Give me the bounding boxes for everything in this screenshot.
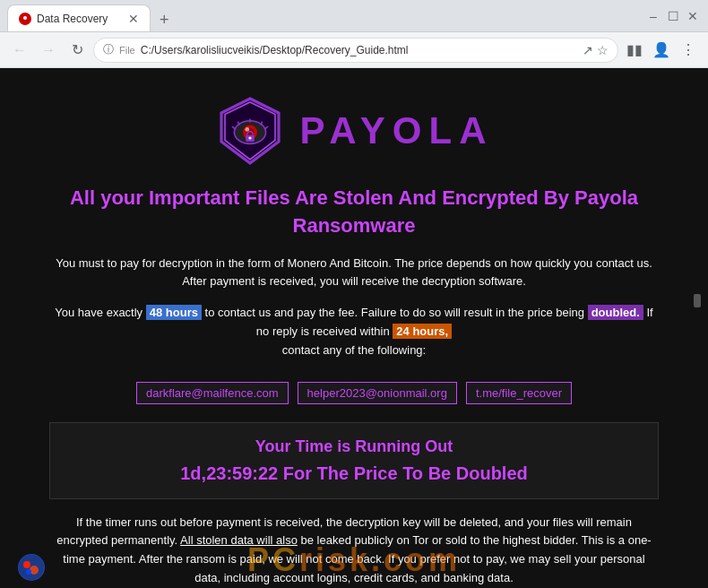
extensions-button[interactable]: ▮▮ xyxy=(622,38,647,63)
close-button[interactable]: ✕ xyxy=(685,8,701,24)
logo-area: PAYOLA xyxy=(214,95,493,167)
maximize-button[interactable]: ☐ xyxy=(665,8,681,24)
paragraph2-middle: to contact us and pay the fee. Failure t… xyxy=(205,306,584,319)
timer-countdown: 1d,23:59:22 For The Price To Be Doubled xyxy=(68,463,640,484)
timer-section: Your Time is Running Out 1d,23:59:22 For… xyxy=(49,422,659,499)
svg-point-14 xyxy=(249,136,252,139)
title-bar: Data Recovery ✕ + – ☐ ✕ xyxy=(0,0,708,32)
highlight-48hours: 48 hours xyxy=(146,305,202,320)
url-text: C:/Users/karolisliucveikis/Desktop/Recov… xyxy=(141,44,577,56)
timer-heading: Your Time is Running Out xyxy=(68,437,640,456)
contact-telegram[interactable]: t.me/file_recover xyxy=(466,382,572,404)
brand-name: PAYOLA xyxy=(299,109,493,152)
tab-title: Data Recovery xyxy=(37,13,108,25)
page-content: PAYOLA All your Important Files Are Stol… xyxy=(0,68,708,588)
paragraph-2: You have exactly 48 hours to contact us … xyxy=(49,304,659,359)
url-protocol-label: File xyxy=(119,45,135,56)
window-controls: – ☐ ✕ xyxy=(645,8,701,24)
new-tab-button[interactable]: + xyxy=(154,9,175,31)
svg-point-16 xyxy=(23,561,30,568)
tab-area: Data Recovery ✕ + xyxy=(7,0,635,31)
svg-point-18 xyxy=(26,569,31,575)
svg-point-1 xyxy=(23,16,27,20)
main-heading: All your Important Files Are Stolen And … xyxy=(27,185,681,240)
address-icons: ↗ ☆ xyxy=(583,43,609,57)
paragraph-1: You must to pay for decryption in the fo… xyxy=(49,255,659,292)
profile-button[interactable]: 👤 xyxy=(649,38,674,63)
contact-email-1[interactable]: darkflare@mailfence.com xyxy=(136,382,289,404)
share-icon[interactable]: ↗ xyxy=(583,43,593,57)
scrollbar-thumb[interactable] xyxy=(694,294,701,307)
highlight-doubled: doubled. xyxy=(588,305,643,320)
tab-favicon xyxy=(19,13,31,25)
back-button[interactable]: ← xyxy=(7,38,32,63)
pcrisk-icon xyxy=(18,554,45,581)
highlight-24hours: 24 hours, xyxy=(393,324,452,339)
toolbar-icons: ▮▮ 👤 ⋮ xyxy=(622,38,701,63)
underline-text: All stolen data will also xyxy=(180,533,298,547)
paragraph2-before: You have exactly xyxy=(55,306,142,319)
star-icon[interactable]: ☆ xyxy=(597,43,609,57)
contact-email-2[interactable]: helper2023@onionmail.org xyxy=(298,382,457,404)
forward-button[interactable]: → xyxy=(36,38,61,63)
browser-window: Data Recovery ✕ + – ☐ ✕ ← → ↻ ⓘ File C:/… xyxy=(0,0,708,588)
contact-links: darkflare@mailfence.com helper2023@onion… xyxy=(136,382,572,404)
refresh-button[interactable]: ↻ xyxy=(65,38,90,63)
svg-point-7 xyxy=(246,127,250,132)
minimize-button[interactable]: – xyxy=(645,8,661,24)
payola-logo-icon xyxy=(214,95,286,167)
nav-bar: ← → ↻ ⓘ File C:/Users/karolisliucveikis/… xyxy=(0,32,708,68)
tab-close-button[interactable]: ✕ xyxy=(128,12,139,26)
menu-button[interactable]: ⋮ xyxy=(676,38,701,63)
paragraph2-end: contact any of the following: xyxy=(282,343,426,357)
bottom-text: If the timer runs out before payment is … xyxy=(49,514,659,588)
active-tab[interactable]: Data Recovery ✕ xyxy=(7,4,151,31)
pcrisk-badge xyxy=(18,554,45,581)
address-bar[interactable]: ⓘ File C:/Users/karolisliucveikis/Deskto… xyxy=(93,38,618,63)
lock-icon: ⓘ xyxy=(103,42,114,57)
